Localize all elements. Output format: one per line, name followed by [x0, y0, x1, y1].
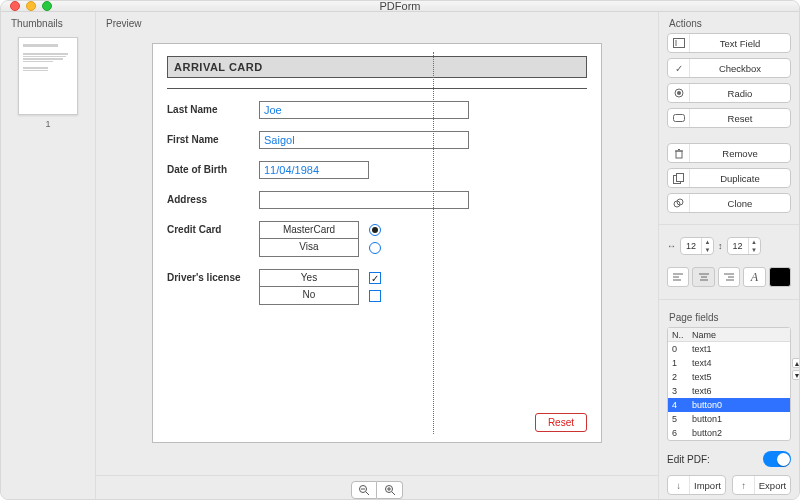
- arrow-vertical-icon: ↕: [718, 241, 723, 251]
- y-up-icon[interactable]: ▲: [749, 238, 760, 246]
- credit-card-option-1[interactable]: Visa: [259, 239, 359, 257]
- row-first-name: First Name: [167, 131, 587, 149]
- document-page[interactable]: ARRIVAL CARD Last Name First Name Date o…: [152, 43, 602, 443]
- page-fields-header: Page fields: [669, 312, 791, 323]
- arrow-horizontal-icon: ↔: [667, 241, 676, 251]
- edit-pdf-toggle[interactable]: [763, 451, 791, 467]
- thumbnail-page-number: 1: [45, 119, 50, 129]
- remove-label: Remove: [690, 148, 790, 159]
- actions-panel: Actions Text Field ✓ Checkbox Radio Rese…: [659, 12, 799, 500]
- row-address: Address: [167, 191, 587, 209]
- remove-button[interactable]: Remove: [667, 143, 791, 163]
- radio-icon: [668, 84, 690, 102]
- export-button[interactable]: ↑ Export: [732, 475, 791, 495]
- label-first-name: First Name: [167, 131, 259, 145]
- y-value: 12: [728, 241, 748, 251]
- import-label: Import: [690, 480, 725, 491]
- row-last-name: Last Name: [167, 101, 587, 119]
- table-row[interactable]: 0text1: [668, 342, 790, 356]
- credit-card-option-0[interactable]: MasterCard: [259, 221, 359, 239]
- zoom-out-button[interactable]: [351, 481, 377, 499]
- clone-label: Clone: [690, 198, 790, 209]
- add-reset-label: Reset: [690, 113, 790, 124]
- add-radio-button[interactable]: Radio: [667, 83, 791, 103]
- license-option-0[interactable]: Yes: [259, 269, 359, 287]
- input-last-name[interactable]: [259, 101, 469, 119]
- window-title: PDForm: [1, 0, 799, 12]
- table-row[interactable]: 2text5: [668, 370, 790, 384]
- row-dob: Date of Birth: [167, 161, 587, 179]
- align-left-button[interactable]: [667, 267, 689, 287]
- duplicate-button[interactable]: Duplicate: [667, 168, 791, 188]
- x-up-icon[interactable]: ▲: [702, 238, 713, 246]
- row-move-down-button[interactable]: ▼: [792, 370, 800, 380]
- table-row[interactable]: 3text6: [668, 384, 790, 398]
- svg-rect-16: [677, 173, 684, 181]
- checkbox-license-1[interactable]: [369, 290, 381, 302]
- svg-rect-7: [673, 39, 684, 48]
- table-row[interactable]: 6button2: [668, 426, 790, 440]
- table-row[interactable]: 5button1: [668, 412, 790, 426]
- zoom-in-button[interactable]: [377, 481, 403, 499]
- edit-pdf-row: Edit PDF:: [667, 451, 791, 467]
- thumbnails-panel: Thumbnails 1: [1, 12, 96, 500]
- table-row[interactable]: 4button0: [668, 398, 790, 412]
- align-center-button[interactable]: [692, 267, 714, 287]
- align-center-icon: [699, 273, 709, 281]
- svg-point-10: [677, 91, 681, 95]
- add-reset-button[interactable]: Reset: [667, 108, 791, 128]
- reset-icon: [668, 109, 690, 127]
- svg-line-4: [392, 492, 395, 495]
- input-address[interactable]: [259, 191, 469, 209]
- import-icon: ↓: [668, 476, 690, 494]
- row-credit-card: Credit Card MasterCard Visa: [167, 221, 587, 257]
- font-button[interactable]: A: [743, 267, 765, 287]
- label-last-name: Last Name: [167, 101, 259, 115]
- import-button[interactable]: ↓ Import: [667, 475, 726, 495]
- label-license: Driver's license: [167, 269, 259, 283]
- export-label: Export: [755, 480, 790, 491]
- alignment-row: A: [667, 267, 791, 287]
- x-stepper[interactable]: 12 ▲▼: [680, 237, 714, 255]
- preview-panel: Preview ARRIVAL CARD Last Name First Nam…: [96, 12, 659, 500]
- titlebar: PDForm: [1, 1, 799, 12]
- label-address: Address: [167, 191, 259, 205]
- preview-header: Preview: [96, 12, 658, 33]
- col-header-name: Name: [688, 330, 790, 340]
- add-text-field-button[interactable]: Text Field: [667, 33, 791, 53]
- radio-credit-card-1[interactable]: [369, 242, 381, 254]
- position-controls: ↔ 12 ▲▼ ↕ 12 ▲▼: [667, 237, 791, 255]
- input-dob[interactable]: [259, 161, 369, 179]
- x-down-icon[interactable]: ▼: [702, 246, 713, 254]
- add-text-field-label: Text Field: [690, 38, 790, 49]
- svg-line-1: [366, 492, 369, 495]
- color-button[interactable]: [769, 267, 791, 287]
- checkbox-icon: ✓: [668, 59, 690, 77]
- row-license: Driver's license Yes ✓ No: [167, 269, 587, 305]
- license-option-1[interactable]: No: [259, 287, 359, 305]
- zoom-out-icon: [358, 484, 370, 496]
- form-title: ARRIVAL CARD: [167, 56, 587, 78]
- radio-credit-card-0[interactable]: [369, 224, 381, 236]
- input-first-name[interactable]: [259, 131, 469, 149]
- align-right-icon: [724, 273, 734, 281]
- y-down-icon[interactable]: ▼: [749, 246, 760, 254]
- svg-rect-11: [673, 115, 684, 122]
- clone-icon: [668, 194, 690, 212]
- form-reset-button[interactable]: Reset: [535, 413, 587, 432]
- y-stepper[interactable]: 12 ▲▼: [727, 237, 761, 255]
- font-icon: A: [751, 270, 758, 285]
- table-row[interactable]: 1text4: [668, 356, 790, 370]
- fields-table[interactable]: N.. Name 0text11text42text53text64button…: [667, 327, 791, 441]
- align-right-button[interactable]: [718, 267, 740, 287]
- clone-button[interactable]: Clone: [667, 193, 791, 213]
- thumbnails-header: Thumbnails: [1, 12, 95, 33]
- add-checkbox-button[interactable]: ✓ Checkbox: [667, 58, 791, 78]
- align-left-icon: [673, 273, 683, 281]
- checkbox-license-0[interactable]: ✓: [369, 272, 381, 284]
- label-dob: Date of Birth: [167, 161, 259, 175]
- text-field-icon: [668, 34, 690, 52]
- app-window: PDForm Thumbnails 1: [0, 0, 800, 500]
- page-thumbnail[interactable]: [18, 37, 78, 115]
- row-move-up-button[interactable]: ▲: [792, 358, 800, 368]
